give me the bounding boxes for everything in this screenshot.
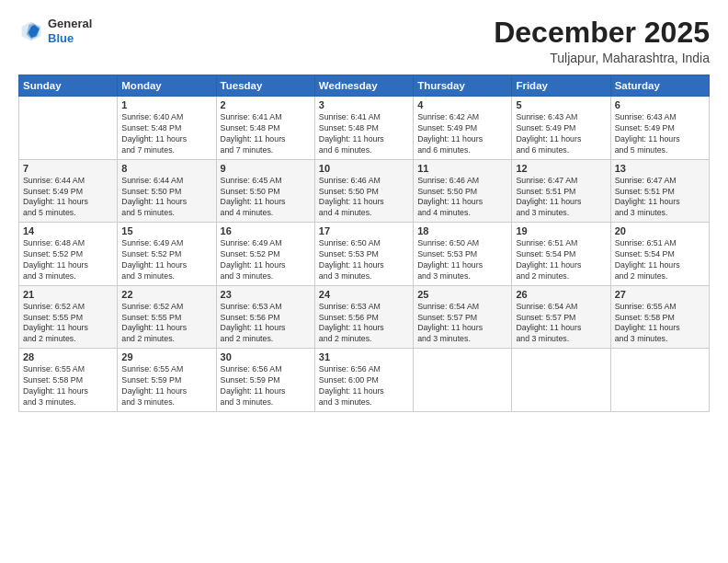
- day-info: Sunrise: 6:51 AM Sunset: 5:54 PM Dayligh…: [615, 238, 705, 282]
- calendar-header-row: Sunday Monday Tuesday Wednesday Thursday…: [19, 75, 710, 97]
- table-row: 27Sunrise: 6:55 AM Sunset: 5:58 PM Dayli…: [610, 285, 709, 349]
- day-number: 28: [23, 351, 113, 362]
- day-number: 16: [221, 225, 311, 236]
- table-row: 16Sunrise: 6:49 AM Sunset: 5:52 PM Dayli…: [216, 223, 314, 286]
- day-number: 3: [319, 99, 409, 110]
- table-row: 13Sunrise: 6:47 AM Sunset: 5:51 PM Dayli…: [610, 159, 709, 223]
- logo-icon: [18, 18, 44, 44]
- day-info: Sunrise: 6:44 AM Sunset: 5:49 PM Dayligh…: [23, 176, 113, 220]
- day-info: Sunrise: 6:47 AM Sunset: 5:51 PM Dayligh…: [516, 176, 606, 220]
- table-row: 1Sunrise: 6:40 AM Sunset: 5:48 PM Daylig…: [118, 97, 216, 160]
- table-row: 6Sunrise: 6:43 AM Sunset: 5:49 PM Daylig…: [610, 97, 709, 160]
- day-info: Sunrise: 6:43 AM Sunset: 5:49 PM Dayligh…: [615, 112, 705, 156]
- day-info: Sunrise: 6:55 AM Sunset: 5:59 PM Dayligh…: [121, 364, 211, 408]
- day-number: 13: [615, 163, 705, 174]
- day-number: 7: [23, 163, 113, 174]
- day-info: Sunrise: 6:42 AM Sunset: 5:49 PM Dayligh…: [417, 112, 507, 156]
- table-row: 20Sunrise: 6:51 AM Sunset: 5:54 PM Dayli…: [610, 223, 709, 286]
- table-row: [610, 349, 709, 412]
- day-number: 26: [516, 289, 606, 300]
- table-row: 21Sunrise: 6:52 AM Sunset: 5:55 PM Dayli…: [19, 285, 118, 349]
- table-row: 18Sunrise: 6:50 AM Sunset: 5:53 PM Dayli…: [414, 223, 512, 286]
- table-row: 31Sunrise: 6:56 AM Sunset: 6:00 PM Dayli…: [314, 349, 413, 412]
- table-row: 22Sunrise: 6:52 AM Sunset: 5:55 PM Dayli…: [118, 285, 216, 349]
- day-info: Sunrise: 6:41 AM Sunset: 5:48 PM Dayligh…: [319, 112, 409, 156]
- day-number: 23: [221, 289, 311, 300]
- day-info: Sunrise: 6:41 AM Sunset: 5:48 PM Dayligh…: [221, 112, 311, 156]
- table-row: 14Sunrise: 6:48 AM Sunset: 5:52 PM Dayli…: [19, 223, 118, 286]
- day-number: 2: [221, 99, 311, 110]
- logo-blue: Blue: [48, 31, 92, 46]
- day-number: 31: [319, 351, 409, 362]
- table-row: 30Sunrise: 6:56 AM Sunset: 5:59 PM Dayli…: [216, 349, 314, 412]
- day-number: 20: [615, 225, 705, 236]
- col-sunday: Sunday: [19, 75, 118, 97]
- table-row: 28Sunrise: 6:55 AM Sunset: 5:58 PM Dayli…: [19, 349, 118, 412]
- title-block: December 2025 Tuljapur, Maharashtra, Ind…: [494, 17, 710, 65]
- day-info: Sunrise: 6:49 AM Sunset: 5:52 PM Dayligh…: [121, 238, 211, 282]
- calendar: Sunday Monday Tuesday Wednesday Thursday…: [18, 75, 710, 412]
- page: General Blue December 2025 Tuljapur, Mah…: [0, 0, 728, 563]
- table-row: 5Sunrise: 6:43 AM Sunset: 5:49 PM Daylig…: [512, 97, 610, 160]
- day-number: 6: [615, 99, 705, 110]
- day-info: Sunrise: 6:53 AM Sunset: 5:56 PM Dayligh…: [319, 302, 409, 346]
- day-number: 19: [516, 225, 606, 236]
- day-info: Sunrise: 6:54 AM Sunset: 5:57 PM Dayligh…: [417, 302, 507, 346]
- day-info: Sunrise: 6:43 AM Sunset: 5:49 PM Dayligh…: [516, 112, 606, 156]
- table-row: 23Sunrise: 6:53 AM Sunset: 5:56 PM Dayli…: [216, 285, 314, 349]
- day-number: 27: [615, 289, 705, 300]
- day-number: 14: [23, 225, 113, 236]
- table-row: [414, 349, 512, 412]
- table-row: 25Sunrise: 6:54 AM Sunset: 5:57 PM Dayli…: [414, 285, 512, 349]
- table-row: 2Sunrise: 6:41 AM Sunset: 5:48 PM Daylig…: [216, 97, 314, 160]
- calendar-week-row: 14Sunrise: 6:48 AM Sunset: 5:52 PM Dayli…: [19, 223, 710, 286]
- col-wednesday: Wednesday: [314, 75, 413, 97]
- header: General Blue December 2025 Tuljapur, Mah…: [18, 17, 710, 65]
- table-row: [512, 349, 610, 412]
- day-number: 11: [417, 163, 507, 174]
- table-row: 7Sunrise: 6:44 AM Sunset: 5:49 PM Daylig…: [19, 159, 118, 223]
- col-monday: Monday: [118, 75, 216, 97]
- day-info: Sunrise: 6:47 AM Sunset: 5:51 PM Dayligh…: [615, 176, 705, 220]
- day-info: Sunrise: 6:40 AM Sunset: 5:48 PM Dayligh…: [121, 112, 211, 156]
- table-row: 8Sunrise: 6:44 AM Sunset: 5:50 PM Daylig…: [118, 159, 216, 223]
- day-info: Sunrise: 6:49 AM Sunset: 5:52 PM Dayligh…: [221, 238, 311, 282]
- table-row: 4Sunrise: 6:42 AM Sunset: 5:49 PM Daylig…: [414, 97, 512, 160]
- day-number: 1: [121, 99, 211, 110]
- logo-text: General Blue: [48, 17, 92, 45]
- day-info: Sunrise: 6:46 AM Sunset: 5:50 PM Dayligh…: [319, 176, 409, 220]
- calendar-week-row: 1Sunrise: 6:40 AM Sunset: 5:48 PM Daylig…: [19, 97, 710, 160]
- day-number: 25: [417, 289, 507, 300]
- day-info: Sunrise: 6:50 AM Sunset: 5:53 PM Dayligh…: [417, 238, 507, 282]
- day-info: Sunrise: 6:52 AM Sunset: 5:55 PM Dayligh…: [23, 302, 113, 346]
- table-row: 15Sunrise: 6:49 AM Sunset: 5:52 PM Dayli…: [118, 223, 216, 286]
- table-row: 12Sunrise: 6:47 AM Sunset: 5:51 PM Dayli…: [512, 159, 610, 223]
- day-number: 21: [23, 289, 113, 300]
- day-number: 24: [319, 289, 409, 300]
- col-friday: Friday: [512, 75, 610, 97]
- day-number: 5: [516, 99, 606, 110]
- day-number: 10: [319, 163, 409, 174]
- day-info: Sunrise: 6:53 AM Sunset: 5:56 PM Dayligh…: [221, 302, 311, 346]
- calendar-week-row: 7Sunrise: 6:44 AM Sunset: 5:49 PM Daylig…: [19, 159, 710, 223]
- day-info: Sunrise: 6:54 AM Sunset: 5:57 PM Dayligh…: [516, 302, 606, 346]
- col-thursday: Thursday: [414, 75, 512, 97]
- day-info: Sunrise: 6:55 AM Sunset: 5:58 PM Dayligh…: [615, 302, 705, 346]
- day-info: Sunrise: 6:55 AM Sunset: 5:58 PM Dayligh…: [23, 364, 113, 408]
- day-number: 12: [516, 163, 606, 174]
- day-info: Sunrise: 6:50 AM Sunset: 5:53 PM Dayligh…: [319, 238, 409, 282]
- day-info: Sunrise: 6:56 AM Sunset: 5:59 PM Dayligh…: [221, 364, 311, 408]
- table-row: 19Sunrise: 6:51 AM Sunset: 5:54 PM Dayli…: [512, 223, 610, 286]
- day-number: 29: [121, 351, 211, 362]
- col-saturday: Saturday: [610, 75, 709, 97]
- day-number: 17: [319, 225, 409, 236]
- table-row: 11Sunrise: 6:46 AM Sunset: 5:50 PM Dayli…: [414, 159, 512, 223]
- table-row: 10Sunrise: 6:46 AM Sunset: 5:50 PM Dayli…: [314, 159, 413, 223]
- table-row: 24Sunrise: 6:53 AM Sunset: 5:56 PM Dayli…: [314, 285, 413, 349]
- table-row: 29Sunrise: 6:55 AM Sunset: 5:59 PM Dayli…: [118, 349, 216, 412]
- table-row: 3Sunrise: 6:41 AM Sunset: 5:48 PM Daylig…: [314, 97, 413, 160]
- day-number: 22: [121, 289, 211, 300]
- day-info: Sunrise: 6:45 AM Sunset: 5:50 PM Dayligh…: [221, 176, 311, 220]
- table-row: 26Sunrise: 6:54 AM Sunset: 5:57 PM Dayli…: [512, 285, 610, 349]
- day-info: Sunrise: 6:44 AM Sunset: 5:50 PM Dayligh…: [121, 176, 211, 220]
